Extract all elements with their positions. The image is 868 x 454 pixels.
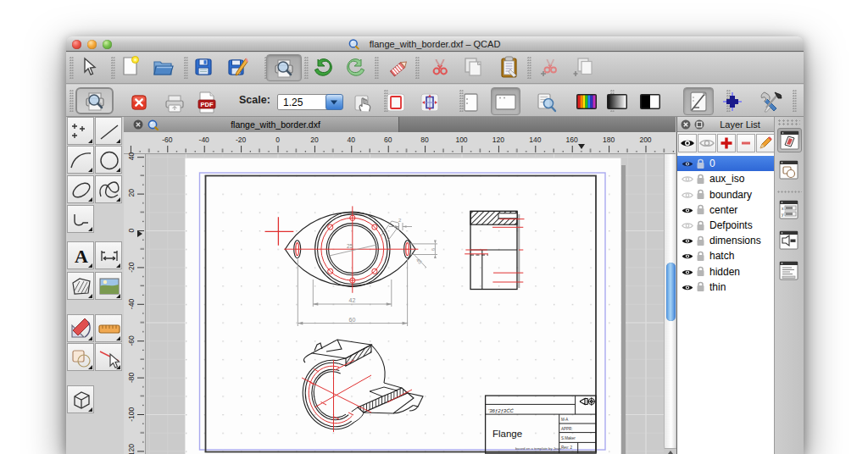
svg-text:40: 40: [127, 152, 136, 160]
svg-text:'36ƒ2ƒ3ĆĆ: '36ƒ2ƒ3ĆĆ: [488, 408, 515, 413]
svg-text:20: 20: [310, 136, 319, 144]
svg-text:20: 20: [127, 189, 136, 197]
svg-text:60: 60: [384, 136, 392, 144]
svg-text:A: A: [75, 246, 88, 267]
svg-text:140: 140: [529, 136, 541, 144]
svg-text:-120: -120: [127, 444, 136, 454]
svg-text:M-A: M-A: [561, 418, 568, 422]
svg-text:160: 160: [566, 136, 578, 144]
svg-text:-20: -20: [127, 262, 136, 273]
svg-text:-100: -100: [127, 407, 136, 421]
svg-text:-60: -60: [127, 335, 136, 346]
svg-text:200: 200: [639, 136, 651, 144]
svg-text:S.Maker: S.Maker: [561, 436, 576, 440]
svg-text:based on a template by Jean...: based on a template by Jean...: [515, 446, 564, 451]
svg-text:120: 120: [492, 136, 504, 144]
svg-text:100: 100: [455, 136, 467, 144]
svg-text:-40: -40: [199, 136, 210, 144]
svg-text:-40: -40: [127, 299, 136, 310]
svg-text:40: 40: [348, 136, 356, 144]
svg-text:0: 0: [275, 136, 280, 144]
svg-text:-20: -20: [236, 136, 247, 144]
svg-text:25: 25: [347, 243, 353, 249]
svg-text:60: 60: [349, 317, 356, 323]
svg-text:0: 0: [127, 229, 136, 233]
svg-text:-80: -80: [127, 372, 136, 383]
svg-text:180: 180: [603, 136, 615, 144]
svg-text:-60: -60: [162, 136, 173, 144]
svg-text:Flange: Flange: [492, 429, 522, 439]
svg-text:80: 80: [420, 136, 429, 144]
svg-text:42: 42: [349, 297, 356, 303]
svg-text:APPR:: APPR:: [561, 427, 573, 431]
svg-text:PDF: PDF: [201, 101, 214, 108]
